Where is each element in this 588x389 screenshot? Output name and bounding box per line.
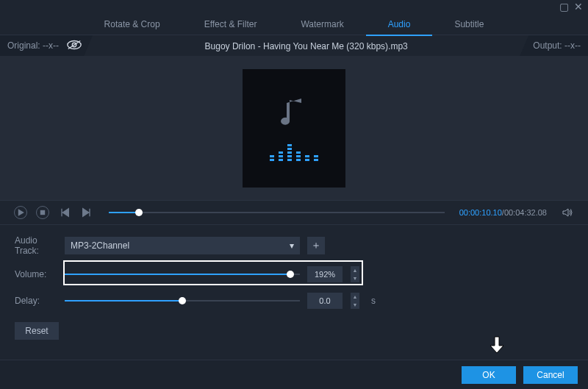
current-filename: Bugoy Drilon - Having You Near Me (320 k…: [93, 40, 520, 51]
equalizer-icon: [270, 143, 318, 161]
delay-slider-thumb[interactable]: [179, 297, 186, 304]
delay-slider[interactable]: [65, 293, 300, 308]
volume-icon[interactable]: [560, 205, 575, 220]
annotation-arrow-icon: [489, 335, 505, 357]
output-label: Output: --x--: [533, 40, 581, 51]
volume-value[interactable]: 192%: [307, 266, 343, 282]
delay-stepper[interactable]: ▲▼: [351, 293, 359, 309]
preview-area: [0, 56, 588, 200]
delay-value[interactable]: 0.0: [307, 293, 343, 309]
volume-slider-thumb[interactable]: [287, 271, 294, 278]
original-label: Original: --x--: [7, 40, 59, 51]
seek-bar[interactable]: [109, 212, 445, 213]
volume-slider[interactable]: [65, 267, 300, 282]
chevron-down-icon: ▾: [290, 240, 294, 251]
next-track-button[interactable]: [79, 205, 94, 220]
prev-track-button[interactable]: [57, 205, 72, 220]
play-button[interactable]: [13, 205, 28, 220]
tab-rotate-crop[interactable]: Rotate & Crop: [104, 13, 160, 35]
timecode: 00:00:10.10/00:04:32.08: [459, 208, 547, 217]
delay-step-down[interactable]: ▼: [351, 301, 359, 309]
add-audio-track-button[interactable]: ＋: [307, 237, 325, 254]
svg-rect-3: [40, 210, 45, 215]
tab-audio[interactable]: Audio: [388, 13, 411, 35]
audio-preview-thumbnail: [243, 69, 345, 188]
maximize-button[interactable]: ▢: [559, 1, 569, 12]
volume-label: Volume:: [15, 269, 57, 279]
preview-visibility-icon[interactable]: [66, 39, 82, 53]
audio-track-select[interactable]: MP3-2Channel ▾: [65, 237, 300, 254]
ok-button[interactable]: OK: [462, 366, 516, 384]
delay-label: Delay:: [15, 296, 57, 306]
tab-effect-filter[interactable]: Effect & Filter: [204, 13, 257, 35]
seek-thumb[interactable]: [135, 209, 143, 216]
volume-step-up[interactable]: ▲: [351, 266, 359, 274]
music-note-icon: [281, 96, 307, 132]
delay-unit: s: [371, 296, 376, 306]
volume-step-down[interactable]: ▼: [351, 274, 359, 282]
close-button[interactable]: ✕: [573, 1, 584, 12]
cancel-button[interactable]: Cancel: [523, 366, 578, 384]
delay-step-up[interactable]: ▲: [351, 293, 359, 301]
editor-tabs: Rotate & Crop Effect & Filter Watermark …: [0, 13, 588, 35]
reset-button[interactable]: Reset: [15, 322, 59, 340]
tab-subtitle[interactable]: Subtitle: [454, 13, 484, 35]
stop-button[interactable]: [35, 205, 50, 220]
audio-track-label: Audio Track:: [15, 235, 57, 256]
volume-stepper[interactable]: ▲▼: [351, 266, 359, 282]
tab-watermark[interactable]: Watermark: [301, 13, 343, 35]
